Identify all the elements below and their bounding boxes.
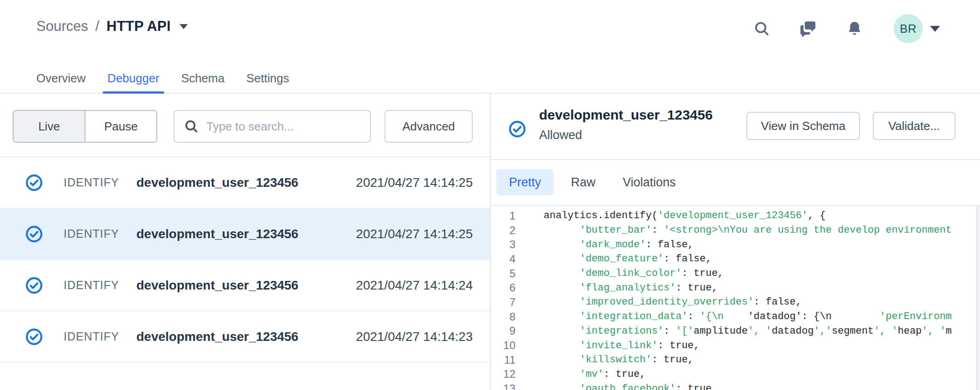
- allowed-check-icon: [508, 120, 526, 138]
- event-name: development_user_123456: [136, 227, 298, 241]
- code-line: 1analytics.identify('development_user_12…: [491, 209, 980, 223]
- event-row[interactable]: IDENTIFYdevelopment_user_1234562021/04/2…: [0, 260, 490, 311]
- event-row[interactable]: IDENTIFYdevelopment_user_1234562021/04/2…: [0, 209, 490, 260]
- event-type: IDENTIFY: [64, 330, 119, 343]
- code-text: 'dark_mode': false,: [544, 239, 694, 250]
- line-number: 5: [491, 267, 515, 280]
- line-number: 6: [491, 281, 515, 294]
- live-button[interactable]: Live: [14, 111, 85, 142]
- view-in-schema-button[interactable]: View in Schema: [746, 112, 860, 140]
- code-line: 10 'invite_link': true,: [491, 338, 980, 353]
- code-text: 'flag_analytics': true,: [544, 282, 718, 294]
- event-name: development_user_123456: [136, 278, 298, 293]
- pause-button[interactable]: Pause: [85, 111, 156, 142]
- line-number: 2: [491, 224, 515, 237]
- event-timestamp: 2021/04/27 14:14:25: [356, 175, 473, 190]
- event-type: IDENTIFY: [64, 227, 119, 240]
- code-line: 13 'oauth_facebook': true,: [491, 381, 980, 390]
- content-split: Live Pause Advanced IDENTIFYdevelopment_…: [0, 94, 980, 390]
- event-type: IDENTIFY: [64, 279, 119, 292]
- code-scrollbar[interactable]: [976, 206, 980, 390]
- advanced-button[interactable]: Advanced: [385, 110, 473, 143]
- code-text: 'demo_link_color': true,: [544, 268, 724, 279]
- code-text: 'demo_feature': false,: [544, 253, 712, 265]
- line-number: 1: [491, 210, 515, 222]
- detail-header: development_user_123456 Allowed View in …: [491, 94, 980, 160]
- tab-pretty[interactable]: Pretty: [496, 169, 554, 195]
- code-line: 12 'mv': true,: [491, 367, 980, 382]
- code-text: 'invite_link': true,: [544, 340, 700, 351]
- search-icon[interactable]: [752, 19, 772, 39]
- breadcrumb-source-name: HTTP API: [106, 18, 170, 35]
- detail-title: development_user_123456: [539, 107, 713, 123]
- event-name: development_user_123456: [136, 330, 298, 344]
- bell-icon[interactable]: [845, 19, 865, 39]
- line-number: 12: [491, 368, 515, 380]
- chat-icon[interactable]: [798, 19, 818, 39]
- avatar[interactable]: BR: [894, 14, 923, 43]
- event-stream-panel: Live Pause Advanced IDENTIFYdevelopment_…: [0, 94, 490, 390]
- code-line: 11 'killswitch': true,: [491, 353, 980, 367]
- event-row[interactable]: IDENTIFYdevelopment_user_1234562021/04/2…: [0, 157, 490, 209]
- line-number: 13: [491, 382, 515, 390]
- code-text: 'integration_data': '{\n 'datadog': {\n …: [544, 311, 952, 322]
- allowed-check-icon: [25, 174, 43, 192]
- tab-schema[interactable]: Schema: [177, 63, 229, 93]
- tab-settings[interactable]: Settings: [242, 63, 294, 93]
- line-number: 8: [491, 310, 515, 323]
- code-text: 'killswitch': true,: [544, 354, 694, 365]
- allowed-check-icon: [25, 225, 43, 243]
- status-badge: Allowed: [539, 128, 582, 142]
- breadcrumb-sources[interactable]: Sources: [36, 18, 88, 35]
- event-detail-panel: development_user_123456 Allowed View in …: [491, 94, 980, 390]
- user-menu-caret-icon: [930, 26, 940, 32]
- code-line: 4 'demo_feature': false,: [491, 252, 980, 266]
- code-line: 9 'integrations': '['amplitude', 'datado…: [491, 324, 980, 339]
- live-pause-toggle: Live Pause: [13, 110, 157, 143]
- event-timestamp: 2021/04/27 14:14:24: [356, 278, 473, 293]
- code-text: 'mv': true,: [544, 369, 645, 380]
- breadcrumb: Sources / HTTP API: [36, 18, 188, 35]
- validate-button[interactable]: Validate...: [873, 112, 955, 140]
- tab-debugger[interactable]: Debugger: [103, 63, 164, 93]
- detail-tab-bar: Pretty Raw Violations: [491, 160, 980, 206]
- event-timestamp: 2021/04/27 14:14:23: [356, 330, 473, 344]
- code-text: 'improved_identity_overrides': false,: [544, 296, 802, 308]
- tab-overview[interactable]: Overview: [32, 63, 90, 93]
- user-menu[interactable]: BR: [894, 14, 940, 43]
- event-search: [174, 110, 371, 143]
- line-number: 7: [491, 296, 515, 309]
- search-input[interactable]: [206, 120, 361, 134]
- code-line: 2 'butter_bar': '<strong>\nYou are using…: [491, 223, 980, 238]
- line-number: 4: [491, 253, 515, 265]
- code-text: 'butter_bar': '<strong>\nYou are using t…: [544, 225, 952, 236]
- code-line: 7 'improved_identity_overrides': false,: [491, 295, 980, 310]
- code-viewer: 1analytics.identify('development_user_12…: [491, 206, 980, 390]
- allowed-check-icon: [25, 328, 43, 346]
- code-line: 8 'integration_data': '{\n 'datadog': {\…: [491, 310, 980, 324]
- event-timestamp: 2021/04/27 14:14:25: [356, 227, 473, 241]
- event-list: IDENTIFYdevelopment_user_1234562021/04/2…: [0, 157, 490, 363]
- event-name: development_user_123456: [136, 175, 298, 190]
- code-text: analytics.identify('development_user_123…: [544, 210, 826, 221]
- nav-tab-bar: Overview Debugger Schema Settings: [0, 64, 980, 94]
- tab-raw[interactable]: Raw: [567, 169, 599, 195]
- event-type: IDENTIFY: [64, 176, 119, 189]
- stream-controls: Live Pause Advanced: [0, 94, 490, 157]
- code-text: 'oauth_facebook': true,: [544, 383, 718, 390]
- line-number: 9: [491, 325, 515, 337]
- allowed-check-icon: [25, 276, 43, 295]
- code-line: 6 'flag_analytics': true,: [491, 280, 980, 295]
- line-number: 3: [491, 238, 515, 251]
- code-line: 3 'dark_mode': false,: [491, 237, 980, 252]
- line-number: 10: [491, 339, 515, 352]
- source-switcher-caret-icon[interactable]: [180, 24, 188, 29]
- top-bar: Sources / HTTP API BR: [0, 0, 980, 64]
- search-input-icon: [184, 119, 199, 134]
- line-number: 11: [491, 354, 515, 366]
- tab-violations[interactable]: Violations: [619, 169, 680, 195]
- top-actions: BR: [752, 13, 940, 45]
- breadcrumb-separator: /: [95, 18, 100, 35]
- code-text: 'integrations': '['amplitude', 'datadog'…: [544, 325, 952, 337]
- event-row[interactable]: IDENTIFYdevelopment_user_1234562021/04/2…: [0, 311, 490, 363]
